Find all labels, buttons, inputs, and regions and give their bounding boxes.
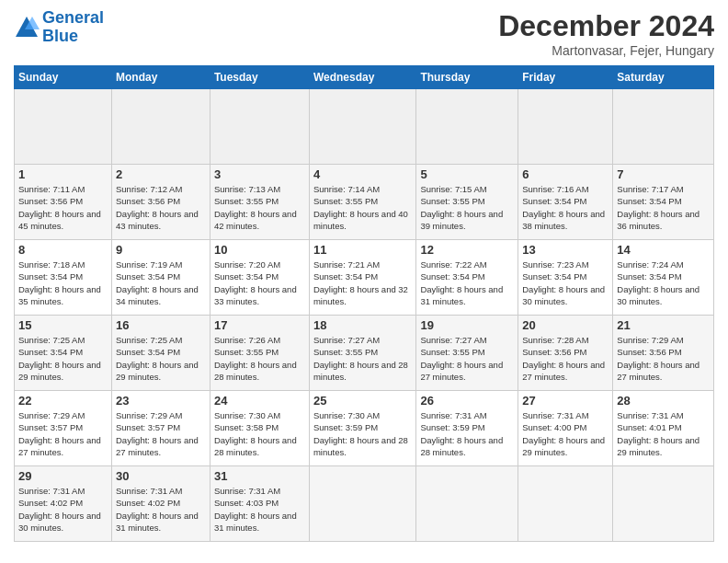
day-info: Sunrise: 7:31 AMSunset: 4:02 PMDaylight:… bbox=[18, 485, 108, 534]
day-info: Sunrise: 7:25 AMSunset: 3:54 PMDaylight:… bbox=[116, 334, 206, 383]
day-number: 8 bbox=[18, 243, 108, 257]
day-info: Sunrise: 7:11 AMSunset: 3:56 PMDaylight:… bbox=[18, 183, 108, 232]
cell-w3-d5: 20Sunrise: 7:28 AMSunset: 3:56 PMDayligh… bbox=[518, 316, 613, 391]
day-number: 4 bbox=[313, 167, 412, 181]
day-info: Sunrise: 7:23 AMSunset: 3:54 PMDaylight:… bbox=[522, 259, 609, 307]
cell-w0-d4 bbox=[416, 89, 518, 165]
cell-w0-d3 bbox=[309, 89, 415, 165]
day-info: Sunrise: 7:29 AMSunset: 3:56 PMDaylight:… bbox=[617, 334, 710, 383]
day-number: 29 bbox=[18, 469, 108, 483]
day-info: Sunrise: 7:27 AMSunset: 3:55 PMDaylight:… bbox=[313, 334, 412, 383]
cell-w0-d2 bbox=[210, 89, 309, 165]
logo: General Blue bbox=[14, 9, 104, 46]
day-number: 25 bbox=[313, 394, 412, 408]
day-info: Sunrise: 7:15 AMSunset: 3:55 PMDaylight:… bbox=[420, 183, 514, 232]
cell-w5-d2: 31Sunrise: 7:31 AMSunset: 4:03 PMDayligh… bbox=[210, 466, 309, 542]
week-row-5: 29Sunrise: 7:31 AMSunset: 4:02 PMDayligh… bbox=[15, 466, 714, 542]
day-number: 27 bbox=[522, 394, 609, 408]
cell-w4-d0: 22Sunrise: 7:29 AMSunset: 3:57 PMDayligh… bbox=[15, 391, 112, 466]
cell-w4-d5: 27Sunrise: 7:31 AMSunset: 4:00 PMDayligh… bbox=[518, 391, 613, 466]
day-number: 21 bbox=[617, 318, 710, 332]
day-number: 1 bbox=[18, 167, 108, 181]
col-sunday: Sunday bbox=[15, 66, 112, 89]
cell-w2-d0: 8Sunrise: 7:18 AMSunset: 3:54 PMDaylight… bbox=[15, 240, 112, 316]
cell-w3-d3: 18Sunrise: 7:27 AMSunset: 3:55 PMDayligh… bbox=[309, 316, 415, 391]
cell-w3-d1: 16Sunrise: 7:25 AMSunset: 3:54 PMDayligh… bbox=[112, 316, 210, 391]
day-number: 10 bbox=[214, 243, 305, 257]
day-info: Sunrise: 7:12 AMSunset: 3:56 PMDaylight:… bbox=[116, 183, 206, 232]
cell-w2-d6: 14Sunrise: 7:24 AMSunset: 3:54 PMDayligh… bbox=[613, 240, 714, 316]
cell-w3-d6: 21Sunrise: 7:29 AMSunset: 3:56 PMDayligh… bbox=[613, 316, 714, 391]
week-row-0 bbox=[15, 89, 714, 165]
title-section: December 2024 Martonvasar, Fejer, Hungar… bbox=[498, 9, 714, 58]
day-info: Sunrise: 7:21 AMSunset: 3:54 PMDaylight:… bbox=[313, 259, 412, 307]
col-friday: Friday bbox=[518, 66, 613, 89]
cell-w0-d5 bbox=[518, 89, 613, 165]
day-info: Sunrise: 7:30 AMSunset: 3:58 PMDaylight:… bbox=[214, 409, 305, 458]
day-info: Sunrise: 7:28 AMSunset: 3:56 PMDaylight:… bbox=[522, 334, 609, 383]
day-info: Sunrise: 7:26 AMSunset: 3:55 PMDaylight:… bbox=[214, 334, 305, 383]
day-number: 3 bbox=[214, 167, 305, 181]
day-number: 12 bbox=[420, 243, 514, 257]
day-info: Sunrise: 7:31 AMSunset: 3:59 PMDaylight:… bbox=[420, 409, 514, 458]
day-info: Sunrise: 7:29 AMSunset: 3:57 PMDaylight:… bbox=[116, 409, 206, 458]
cell-w4-d2: 24Sunrise: 7:30 AMSunset: 3:58 PMDayligh… bbox=[210, 391, 309, 466]
day-info: Sunrise: 7:18 AMSunset: 3:54 PMDaylight:… bbox=[18, 259, 108, 307]
day-number: 22 bbox=[18, 394, 108, 408]
day-number: 9 bbox=[116, 243, 206, 257]
cell-w5-d4 bbox=[416, 466, 518, 542]
day-number: 23 bbox=[116, 394, 206, 408]
week-row-4: 22Sunrise: 7:29 AMSunset: 3:57 PMDayligh… bbox=[15, 391, 714, 466]
logo-line2: Blue bbox=[42, 28, 104, 46]
day-info: Sunrise: 7:31 AMSunset: 4:02 PMDaylight:… bbox=[116, 485, 206, 534]
cell-w2-d2: 10Sunrise: 7:20 AMSunset: 3:54 PMDayligh… bbox=[210, 240, 309, 316]
col-saturday: Saturday bbox=[613, 66, 714, 89]
day-number: 24 bbox=[214, 394, 305, 408]
day-number: 13 bbox=[522, 243, 609, 257]
cell-w1-d1: 2Sunrise: 7:12 AMSunset: 3:56 PMDaylight… bbox=[112, 165, 210, 240]
day-number: 18 bbox=[313, 318, 412, 332]
location: Martonvasar, Fejer, Hungary bbox=[498, 43, 714, 58]
day-number: 30 bbox=[116, 469, 206, 483]
day-info: Sunrise: 7:31 AMSunset: 4:03 PMDaylight:… bbox=[214, 485, 305, 534]
cell-w1-d2: 3Sunrise: 7:13 AMSunset: 3:55 PMDaylight… bbox=[210, 165, 309, 240]
day-number: 15 bbox=[18, 318, 108, 332]
cell-w3-d4: 19Sunrise: 7:27 AMSunset: 3:55 PMDayligh… bbox=[416, 316, 518, 391]
cell-w0-d0 bbox=[15, 89, 112, 165]
cell-w4-d4: 26Sunrise: 7:31 AMSunset: 3:59 PMDayligh… bbox=[416, 391, 518, 466]
col-monday: Monday bbox=[112, 66, 210, 89]
cell-w2-d3: 11Sunrise: 7:21 AMSunset: 3:54 PMDayligh… bbox=[309, 240, 415, 316]
cell-w4-d1: 23Sunrise: 7:29 AMSunset: 3:57 PMDayligh… bbox=[112, 391, 210, 466]
cell-w5-d0: 29Sunrise: 7:31 AMSunset: 4:02 PMDayligh… bbox=[15, 466, 112, 542]
day-number: 19 bbox=[420, 318, 514, 332]
cell-w1-d3: 4Sunrise: 7:14 AMSunset: 3:55 PMDaylight… bbox=[309, 165, 415, 240]
calendar-table: Sunday Monday Tuesday Wednesday Thursday… bbox=[14, 65, 714, 542]
day-number: 14 bbox=[617, 243, 710, 257]
day-number: 16 bbox=[116, 318, 206, 332]
week-row-3: 15Sunrise: 7:25 AMSunset: 3:54 PMDayligh… bbox=[15, 316, 714, 391]
day-number: 6 bbox=[522, 167, 609, 181]
day-info: Sunrise: 7:31 AMSunset: 4:01 PMDaylight:… bbox=[617, 409, 710, 458]
cell-w1-d5: 6Sunrise: 7:16 AMSunset: 3:54 PMDaylight… bbox=[518, 165, 613, 240]
cell-w1-d6: 7Sunrise: 7:17 AMSunset: 3:54 PMDaylight… bbox=[613, 165, 714, 240]
logo-icon bbox=[14, 15, 40, 40]
cell-w4-d6: 28Sunrise: 7:31 AMSunset: 4:01 PMDayligh… bbox=[613, 391, 714, 466]
day-number: 20 bbox=[522, 318, 609, 332]
day-info: Sunrise: 7:30 AMSunset: 3:59 PMDaylight:… bbox=[313, 409, 412, 458]
cell-w2-d5: 13Sunrise: 7:23 AMSunset: 3:54 PMDayligh… bbox=[518, 240, 613, 316]
cell-w0-d6 bbox=[613, 89, 714, 165]
col-tuesday: Tuesday bbox=[210, 66, 309, 89]
day-info: Sunrise: 7:20 AMSunset: 3:54 PMDaylight:… bbox=[214, 259, 305, 307]
day-number: 7 bbox=[617, 167, 710, 181]
cell-w1-d4: 5Sunrise: 7:15 AMSunset: 3:55 PMDaylight… bbox=[416, 165, 518, 240]
week-row-2: 8Sunrise: 7:18 AMSunset: 3:54 PMDaylight… bbox=[15, 240, 714, 316]
cell-w3-d2: 17Sunrise: 7:26 AMSunset: 3:55 PMDayligh… bbox=[210, 316, 309, 391]
day-number: 2 bbox=[116, 167, 206, 181]
day-number: 5 bbox=[420, 167, 514, 181]
col-thursday: Thursday bbox=[416, 66, 518, 89]
cell-w3-d0: 15Sunrise: 7:25 AMSunset: 3:54 PMDayligh… bbox=[15, 316, 112, 391]
logo-line1: General bbox=[42, 8, 104, 27]
cell-w4-d3: 25Sunrise: 7:30 AMSunset: 3:59 PMDayligh… bbox=[309, 391, 415, 466]
day-info: Sunrise: 7:25 AMSunset: 3:54 PMDaylight:… bbox=[18, 334, 108, 383]
logo-text: General Blue bbox=[42, 9, 104, 46]
